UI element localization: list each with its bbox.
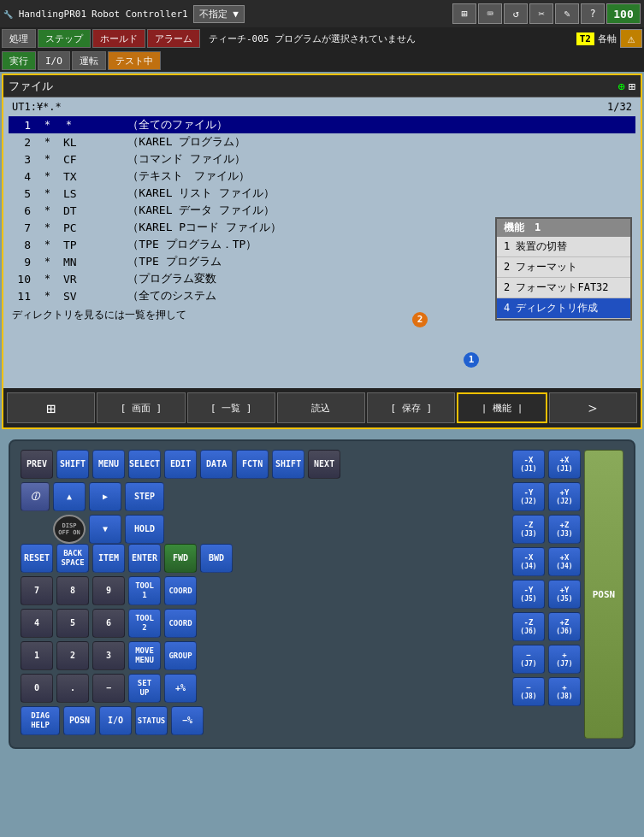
key-dot[interactable]: . xyxy=(56,674,89,703)
save-btn[interactable]: [ 保存 ] xyxy=(367,392,455,423)
minus-y-j5[interactable]: -Y(J5) xyxy=(512,580,545,609)
key-0[interactable]: 0 xyxy=(21,674,53,703)
plus-x-j1[interactable]: +X(J1) xyxy=(548,450,581,479)
key-4[interactable]: 4 xyxy=(21,609,53,638)
coord2-key[interactable]: COORD xyxy=(164,609,197,638)
key-minus[interactable]: − xyxy=(92,674,125,703)
plus-z-j3[interactable]: +Z(J3) xyxy=(548,515,581,544)
list-btn[interactable]: [ 一覧 ] xyxy=(187,392,275,423)
bwd-key[interactable]: BWD xyxy=(200,544,233,573)
file-list-row[interactable]: 5＊LS（KAREL リスト ファイル） xyxy=(9,185,635,202)
down-key[interactable]: ▼ xyxy=(89,515,121,544)
info-key[interactable]: ⓘ xyxy=(21,482,50,511)
axis-row-4: -X(J4) +X(J4) xyxy=(512,547,581,576)
icon-refresh[interactable]: ↺ xyxy=(504,3,528,24)
menu-io[interactable]: I/O xyxy=(38,51,70,70)
plus-y-j2[interactable]: +Y(J2) xyxy=(548,482,581,511)
reset-key[interactable]: RESET xyxy=(21,544,53,573)
popup-item-2[interactable]: 2 フォーマット xyxy=(497,257,630,278)
key-3[interactable]: 3 xyxy=(92,641,125,670)
menu-drive[interactable]: 運転 xyxy=(72,51,106,70)
item-key[interactable]: ITEM xyxy=(92,544,125,573)
next-key[interactable]: NEXT xyxy=(308,450,340,479)
popup-item-3[interactable]: 2 フォーマットFAT32 xyxy=(497,278,630,298)
minus-j7[interactable]: −(J7) xyxy=(512,645,545,674)
popup-item-4[interactable]: 4 ディレクトリ作成 xyxy=(497,298,630,319)
movemenu-key[interactable]: MOVEMENU xyxy=(128,641,161,670)
shift-key-right[interactable]: SHIFT xyxy=(272,450,304,479)
shift-key-left[interactable]: SHIFT xyxy=(56,450,89,479)
edit-key[interactable]: EDIT xyxy=(164,450,197,479)
plus-z-j6[interactable]: +Z(J6) xyxy=(548,612,581,641)
file-list-row[interactable]: 4＊TX（テキスト ファイル） xyxy=(9,168,635,185)
plus-y-j5[interactable]: +Y(J5) xyxy=(548,580,581,609)
tool1-key[interactable]: TOOL1 xyxy=(128,576,161,605)
key-8[interactable]: 8 xyxy=(56,576,89,605)
key-1[interactable]: 1 xyxy=(21,641,53,670)
icon-help[interactable]: ? xyxy=(581,3,605,24)
file-list-row[interactable]: 6＊DT（KAREL データ ファイル） xyxy=(9,202,635,219)
func-btn[interactable]: | 機能 | xyxy=(457,392,547,423)
key-7[interactable]: 7 xyxy=(21,576,53,605)
step-key[interactable]: STEP xyxy=(125,482,164,511)
enter-key[interactable]: ENTER xyxy=(128,544,161,573)
icon-edit[interactable]: ✎ xyxy=(555,3,579,24)
prev-key[interactable]: PREV xyxy=(21,450,53,479)
minus-x-j4[interactable]: -X(J4) xyxy=(512,547,545,576)
data-key[interactable]: DATA xyxy=(200,450,233,479)
zoom-icon[interactable]: ⊕ xyxy=(617,80,624,93)
tool2-key[interactable]: TOOL2 xyxy=(128,609,161,638)
disp-off-key[interactable]: DISPOFF ON xyxy=(53,515,86,544)
menu-process[interactable]: 処理 xyxy=(2,29,36,48)
minus-x-j1[interactable]: -X(J1) xyxy=(512,450,545,479)
screen-btn[interactable]: [ 画面 ] xyxy=(97,392,185,423)
menu-test[interactable]: テスト中 xyxy=(108,51,161,70)
diag-key[interactable]: DIAGHELP xyxy=(21,706,60,735)
menu-step[interactable]: ステップ xyxy=(38,29,91,48)
hold-key[interactable]: HOLD xyxy=(125,515,164,544)
minus-z-j6[interactable]: -Z(J6) xyxy=(512,612,545,641)
setup-key[interactable]: SETUP xyxy=(128,674,161,703)
backspace-key[interactable]: BACKSPACE xyxy=(56,544,89,573)
minus-y-j2[interactable]: -Y(J2) xyxy=(512,482,545,511)
icon-grid[interactable]: ⊞ xyxy=(452,3,476,24)
fctn-key[interactable]: FCTN xyxy=(236,450,269,479)
status-key[interactable]: STATUS xyxy=(135,706,168,735)
icon-keyboard[interactable]: ⌨ xyxy=(478,3,502,24)
menu-key[interactable]: MENU xyxy=(92,450,125,479)
plus-j8[interactable]: +(J8) xyxy=(548,677,581,706)
key-6[interactable]: 6 xyxy=(92,609,125,638)
plus-j7[interactable]: +(J7) xyxy=(548,645,581,674)
nav-btn[interactable]: ＞ xyxy=(549,392,637,423)
coord1-key[interactable]: COORD xyxy=(164,576,197,605)
file-list-row[interactable]: 1＊＊（全てのファイル） xyxy=(9,116,635,133)
pct-minus-key[interactable]: −% xyxy=(171,706,204,735)
file-list-row[interactable]: 3＊CF（コマンド ファイル） xyxy=(9,150,635,168)
right-key[interactable]: ▶ xyxy=(89,482,121,511)
dropdown-btn[interactable]: 不指定 ▼ xyxy=(193,5,245,23)
key-2[interactable]: 2 xyxy=(56,641,89,670)
up-key[interactable]: ▲ xyxy=(53,482,86,511)
fwd-key[interactable]: FWD xyxy=(164,544,197,573)
group-key[interactable]: GROUP xyxy=(164,641,197,670)
grid-btn[interactable]: ⊞ xyxy=(7,392,95,423)
key-9[interactable]: 9 xyxy=(92,576,125,605)
plus-x-j4[interactable]: +X(J4) xyxy=(548,547,581,576)
menu-exec[interactable]: 実行 xyxy=(2,51,36,70)
posn-key-bot[interactable]: POSN xyxy=(63,706,96,735)
icon-cut[interactable]: ✂ xyxy=(529,3,553,24)
key-5[interactable]: 5 xyxy=(56,609,89,638)
menu-alarm[interactable]: アラーム xyxy=(147,29,200,48)
minus-z-j3[interactable]: -Z(J3) xyxy=(512,515,545,544)
io-key[interactable]: I/O xyxy=(99,706,132,735)
popup-item-1[interactable]: 1 装置の切替 xyxy=(497,237,630,257)
read-btn[interactable]: 読込 xyxy=(277,392,365,423)
menu-hold[interactable]: ホールド xyxy=(92,29,145,48)
pct-plus-key[interactable]: +% xyxy=(164,674,197,703)
minus-j8[interactable]: −(J8) xyxy=(512,677,545,706)
select-key[interactable]: SELECT xyxy=(128,450,161,479)
file-list-row[interactable]: 2＊KL（KAREL プログラム） xyxy=(9,133,635,150)
grid-icon[interactable]: ⊞ xyxy=(629,80,635,93)
num-row-3: 1 2 3 MOVEMENU GROUP xyxy=(21,641,505,670)
posn-key[interactable]: POSN xyxy=(584,450,623,739)
